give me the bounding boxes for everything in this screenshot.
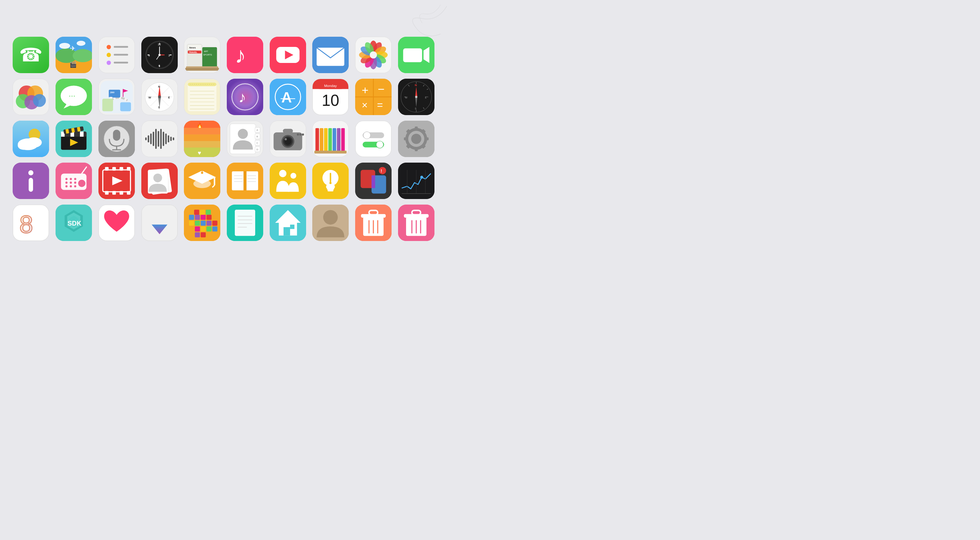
facetime-wrapper[interactable] bbox=[398, 37, 435, 73]
ibooks-icon[interactable] bbox=[227, 162, 263, 199]
voice-memos-wrapper[interactable] bbox=[141, 121, 178, 157]
home-app-icon[interactable] bbox=[270, 205, 306, 241]
compass-wrapper[interactable]: N E S W bbox=[398, 79, 435, 115]
gamecenter-wrapper[interactable] bbox=[12, 79, 50, 115]
messages-icon[interactable]: ··· bbox=[56, 79, 92, 115]
android-transfer-icon[interactable]: ! bbox=[355, 162, 391, 199]
contacts-card-icon[interactable] bbox=[141, 162, 178, 199]
ithoughts-icon[interactable]: 🔥 ♥ bbox=[184, 121, 220, 157]
voice-memos-icon[interactable] bbox=[141, 121, 178, 157]
notes-icon[interactable] bbox=[184, 79, 220, 115]
stocks-wrapper[interactable] bbox=[398, 162, 435, 199]
youtube-icon[interactable] bbox=[270, 37, 306, 73]
clock-icon[interactable]: 12 3 6 9 bbox=[141, 37, 178, 73]
contacts-tabs-wrapper[interactable]: A B C D bbox=[226, 121, 264, 157]
music-icon[interactable]: ♪ bbox=[227, 37, 263, 73]
cloud-photos-wrapper[interactable] bbox=[184, 205, 221, 241]
gamecenter-classic-icon[interactable]: ✈ 🎬 bbox=[56, 37, 92, 73]
contacts-card-wrapper[interactable] bbox=[141, 162, 178, 199]
camera-wrapper[interactable] bbox=[269, 121, 306, 157]
calculator-icon[interactable]: + − × = bbox=[355, 79, 391, 115]
calendar-wrapper[interactable]: Monday 10 bbox=[312, 79, 349, 115]
notes-wrapper[interactable] bbox=[184, 79, 221, 115]
xcode-wrapper[interactable]: SDK bbox=[55, 205, 92, 241]
download-icon[interactable] bbox=[141, 205, 178, 241]
photos-wrapper[interactable] bbox=[355, 37, 392, 73]
cloud-photos-icon[interactable] bbox=[184, 205, 220, 241]
family-sharing-wrapper[interactable] bbox=[269, 162, 306, 199]
gamecenter-classic-wrapper[interactable]: ✈ 🎬 bbox=[55, 37, 92, 73]
mail-icon[interactable] bbox=[312, 37, 349, 73]
trash-pink-wrapper[interactable] bbox=[398, 205, 435, 241]
trash-pink-icon[interactable] bbox=[398, 205, 434, 241]
contacts-tabs-icon[interactable]: A B C D bbox=[227, 121, 263, 157]
compass-icon[interactable]: N E S W bbox=[398, 79, 434, 115]
video-editor-wrapper[interactable] bbox=[98, 162, 135, 199]
facetime-icon[interactable] bbox=[398, 37, 434, 73]
android-transfer-wrapper[interactable]: ! bbox=[355, 162, 392, 199]
ios8-wrapper[interactable]: 8 8 bbox=[12, 205, 50, 241]
home-app-wrapper[interactable] bbox=[269, 205, 306, 241]
imovie-wrapper[interactable] bbox=[55, 121, 92, 157]
siri-icon[interactable] bbox=[99, 121, 135, 157]
settings-wrapper[interactable] bbox=[398, 121, 435, 157]
newsstand-wrapper[interactable]: News TRAVEL ART SPORTS bbox=[184, 37, 221, 73]
periscope-icon[interactable] bbox=[13, 162, 49, 199]
clock-wrapper[interactable]: 12 3 6 9 bbox=[141, 37, 178, 73]
toggle-settings-icon[interactable] bbox=[355, 121, 391, 157]
messages-wrapper[interactable]: ··· bbox=[55, 79, 92, 115]
safari-icon[interactable]: N S E W bbox=[141, 79, 178, 115]
trash-orange-wrapper[interactable] bbox=[355, 205, 392, 241]
settings-icon[interactable] bbox=[398, 121, 434, 157]
phone-icon-wrapper[interactable]: ☎ bbox=[12, 37, 50, 73]
xcode-icon[interactable]: SDK bbox=[56, 205, 92, 241]
itunes-icon[interactable]: ♪ bbox=[227, 79, 263, 115]
itunes-wrapper[interactable]: ♪ bbox=[226, 79, 264, 115]
education-wrapper[interactable] bbox=[184, 162, 221, 199]
gamecenter-icon[interactable] bbox=[13, 79, 49, 115]
stocks-icon[interactable] bbox=[398, 162, 434, 199]
toggle-settings-wrapper[interactable] bbox=[355, 121, 392, 157]
mail-wrapper[interactable] bbox=[312, 37, 349, 73]
weather-icon[interactable] bbox=[13, 121, 49, 157]
contacts-face-wrapper[interactable] bbox=[312, 205, 349, 241]
calculator-wrapper[interactable]: + − × = bbox=[355, 79, 392, 115]
photos-icon[interactable] bbox=[355, 37, 391, 73]
maps-wrapper[interactable]: 280 bbox=[98, 79, 135, 115]
ibooks-shelf-wrapper[interactable] bbox=[312, 121, 349, 157]
ibooks-wrapper[interactable] bbox=[226, 162, 264, 199]
appstore-wrapper[interactable]: A bbox=[269, 79, 306, 115]
calendar-icon[interactable]: Monday 10 bbox=[312, 79, 349, 115]
camera-icon[interactable] bbox=[270, 121, 306, 157]
family-sharing-icon[interactable] bbox=[270, 162, 306, 199]
video-editor-icon[interactable] bbox=[99, 162, 135, 199]
ibooks-shelf-icon[interactable] bbox=[312, 121, 349, 157]
imovie-icon[interactable] bbox=[56, 121, 92, 157]
health-wrapper[interactable] bbox=[98, 205, 135, 241]
newsstand-icon[interactable]: News TRAVEL ART SPORTS bbox=[184, 37, 220, 73]
music-wrapper[interactable]: ♪ bbox=[226, 37, 264, 73]
download-wrapper[interactable] bbox=[141, 205, 178, 241]
radio-wrapper[interactable] bbox=[55, 162, 92, 199]
safari-wrapper[interactable]: N S E W bbox=[141, 79, 178, 115]
weather-wrapper[interactable] bbox=[12, 121, 50, 157]
siri-wrapper[interactable] bbox=[98, 121, 135, 157]
radio-icon[interactable] bbox=[56, 162, 92, 199]
periscope-wrapper[interactable] bbox=[12, 162, 50, 199]
ithoughts-wrapper[interactable]: 🔥 ♥ bbox=[184, 121, 221, 157]
ios8-icon[interactable]: 8 8 bbox=[13, 205, 49, 241]
youtube-wrapper[interactable] bbox=[269, 37, 306, 73]
pages-wrapper[interactable] bbox=[226, 205, 264, 241]
health-icon[interactable] bbox=[99, 205, 135, 241]
pages-icon[interactable] bbox=[227, 205, 263, 241]
trash-orange-icon[interactable] bbox=[355, 205, 391, 241]
reminders-wrapper[interactable] bbox=[98, 37, 135, 73]
tips-icon[interactable] bbox=[312, 162, 349, 199]
tips-wrapper[interactable] bbox=[312, 162, 349, 199]
education-icon[interactable] bbox=[184, 162, 220, 199]
phone-icon[interactable]: ☎ bbox=[13, 37, 49, 73]
maps-icon[interactable]: 280 bbox=[99, 79, 135, 115]
reminders-icon[interactable] bbox=[99, 37, 135, 73]
appstore-icon[interactable]: A bbox=[270, 79, 306, 115]
contacts-face-icon[interactable] bbox=[312, 205, 349, 241]
